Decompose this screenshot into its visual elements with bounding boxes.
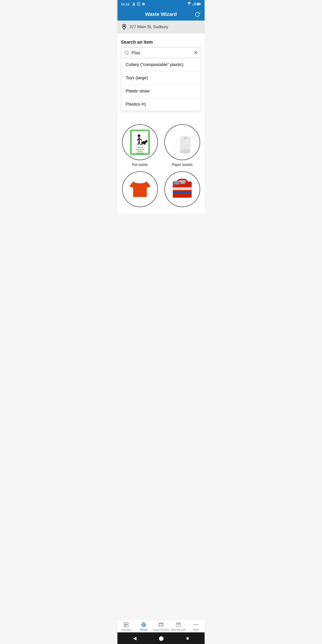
item-circle-paper-towels — [164, 124, 200, 160]
items-grid: PLEASE CLEAN UP AFTER YOUR PET Pet waste — [121, 124, 201, 210]
location-address: 377 Main St, Sudbury — [130, 24, 168, 29]
search-label: Search an item — [121, 40, 201, 45]
nav-label-calendar: Calendar — [121, 628, 131, 631]
svg-rect-42 — [173, 192, 192, 193]
svg-point-13 — [125, 51, 128, 54]
grid-item-paper-towels[interactable]: Paper towels — [163, 124, 201, 167]
nav-item-bluebox[interactable]: Blue Box and — [170, 622, 187, 631]
svg-point-35 — [180, 149, 190, 154]
svg-rect-63 — [162, 626, 162, 626]
svg-rect-7 — [194, 3, 195, 6]
bottom-nav: Calendar Wizard Large Furniture — [118, 619, 204, 632]
wizard-icon — [141, 622, 146, 628]
svg-point-24 — [145, 140, 147, 142]
refresh-icon — [195, 12, 200, 17]
svg-point-68 — [196, 624, 196, 625]
item-circle-tshirt — [122, 171, 158, 207]
location-pin-icon — [121, 24, 127, 30]
svg-rect-51 — [127, 625, 127, 625]
svg-rect-5 — [192, 4, 193, 5]
android-home-button[interactable]: ⬤ — [159, 636, 164, 641]
svg-line-14 — [128, 54, 128, 54]
svg-rect-10 — [197, 3, 200, 5]
svg-point-36 — [184, 138, 187, 139]
nav-item-wizard[interactable]: Wizard — [135, 622, 152, 631]
dropdown-item-1[interactable]: Cutlery ("compostable" plastic) — [121, 58, 201, 71]
refresh-button[interactable] — [194, 11, 201, 18]
svg-marker-3 — [142, 2, 145, 6]
android-nav: ◀ ⬤ ■ — [118, 632, 204, 644]
svg-point-54 — [143, 624, 145, 626]
svg-rect-52 — [125, 626, 126, 626]
grid-item-laundry[interactable] — [163, 171, 201, 210]
nav-label-furniture: Large Furniture — [152, 628, 169, 631]
wifi-icon — [187, 2, 191, 6]
grid-item-pet-waste[interactable]: PLEASE CLEAN UP AFTER YOUR PET Pet waste — [121, 124, 159, 167]
svg-rect-44 — [180, 180, 185, 184]
search-input[interactable] — [132, 50, 192, 56]
svg-rect-62 — [159, 626, 160, 626]
main-content: Search an item ✕ Cutlery ("compostable" … — [118, 33, 204, 62]
svg-text:PLEASE: PLEASE — [136, 146, 143, 148]
nav-label-more: More — [193, 628, 198, 631]
svg-point-0 — [133, 3, 134, 4]
bluebox-icon — [176, 622, 181, 628]
location-bar: 377 Main St, Sudbury — [118, 20, 204, 33]
parking-icon: P — [137, 2, 141, 6]
svg-rect-43 — [174, 181, 179, 185]
more-icon — [193, 622, 199, 628]
svg-rect-41 — [173, 188, 192, 190]
nav-label-wizard: Wizard — [140, 628, 147, 631]
nav-item-furniture[interactable]: Large Furniture — [152, 622, 170, 631]
app-title: Waste Wizard — [128, 12, 194, 17]
nav-item-calendar[interactable]: Calendar — [118, 622, 135, 631]
android-back-button[interactable]: ◀ — [133, 636, 136, 641]
person-icon — [132, 2, 136, 6]
search-icon — [124, 50, 129, 55]
star-icon — [142, 2, 146, 6]
status-time: 11:11 — [121, 2, 130, 6]
svg-point-4 — [189, 5, 190, 5]
svg-rect-8 — [195, 2, 196, 6]
search-dropdown: Cutlery ("compostable" plastic) Toys (la… — [121, 58, 201, 111]
tshirt-image — [126, 177, 154, 202]
item-circle-pet-waste: PLEASE CLEAN UP AFTER YOUR PET — [122, 124, 158, 160]
pet-waste-image: PLEASE CLEAN UP AFTER YOUR PET — [129, 129, 151, 156]
svg-line-28 — [145, 143, 145, 145]
status-app-icons: P — [132, 2, 146, 6]
svg-text:YOUR PET: YOUR PET — [136, 152, 144, 154]
furniture-icon — [158, 622, 164, 628]
svg-point-67 — [194, 624, 194, 625]
grid-item-tshirt[interactable] — [121, 171, 159, 210]
android-recent-button[interactable]: ■ — [186, 636, 189, 641]
nav-label-bluebox: Blue Box and — [171, 628, 186, 631]
dropdown-item-2[interactable]: Toys (large) — [121, 71, 201, 84]
status-bar: 11:11 P — [118, 0, 204, 8]
svg-rect-64 — [159, 623, 163, 624]
svg-text:P: P — [138, 3, 139, 5]
nav-item-more[interactable]: More — [187, 622, 204, 631]
app-bar: Waste Wizard — [118, 8, 204, 20]
item-circle-laundry — [164, 171, 200, 207]
svg-rect-49 — [125, 625, 126, 625]
battery-icon — [196, 2, 201, 6]
search-box: ✕ — [121, 48, 201, 58]
paper-towels-image — [170, 130, 194, 154]
item-label-pet-waste: Pet waste — [132, 163, 148, 167]
item-label-paper-towels: Paper towels — [172, 163, 192, 167]
search-container: ✕ Cutlery ("compostable" plastic) Toys (… — [121, 48, 201, 58]
clear-button[interactable]: ✕ — [194, 50, 198, 56]
calendar-icon — [123, 622, 129, 628]
status-right-icons — [187, 2, 201, 6]
signal-icon — [192, 2, 196, 6]
dropdown-item-3[interactable]: Plastic straw — [121, 84, 201, 98]
svg-rect-6 — [193, 4, 194, 6]
svg-point-69 — [197, 624, 198, 625]
svg-text:CLEAN UP: CLEAN UP — [136, 148, 144, 150]
svg-line-26 — [142, 143, 143, 145]
svg-point-59 — [143, 624, 145, 626]
svg-rect-50 — [126, 625, 126, 625]
dropdown-item-4[interactable]: Plastics #1 — [121, 98, 201, 111]
laundry-image — [169, 178, 196, 200]
svg-point-17 — [138, 134, 140, 137]
